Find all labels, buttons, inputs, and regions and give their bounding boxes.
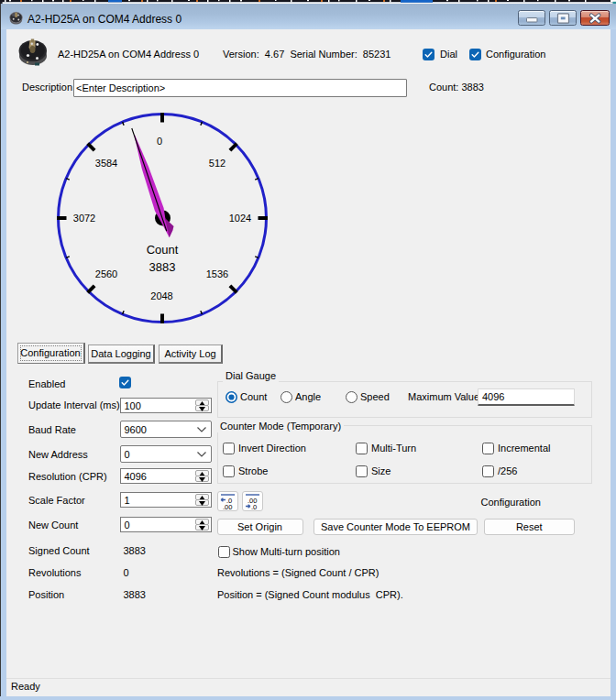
svg-text:.0: .0	[251, 502, 257, 510]
svg-text:3584: 3584	[95, 158, 117, 169]
svg-text:3883: 3883	[149, 260, 176, 274]
svg-text:.00: .00	[223, 502, 232, 510]
svg-text:512: 512	[209, 158, 226, 169]
svg-text:Count: Count	[147, 243, 179, 257]
svg-text:2048: 2048	[150, 290, 172, 301]
svg-text:1024: 1024	[229, 213, 251, 224]
svg-text:3072: 3072	[73, 213, 95, 224]
svg-text:2560: 2560	[95, 268, 117, 279]
svg-text:1536: 1536	[206, 268, 228, 279]
svg-text:0: 0	[157, 136, 162, 147]
